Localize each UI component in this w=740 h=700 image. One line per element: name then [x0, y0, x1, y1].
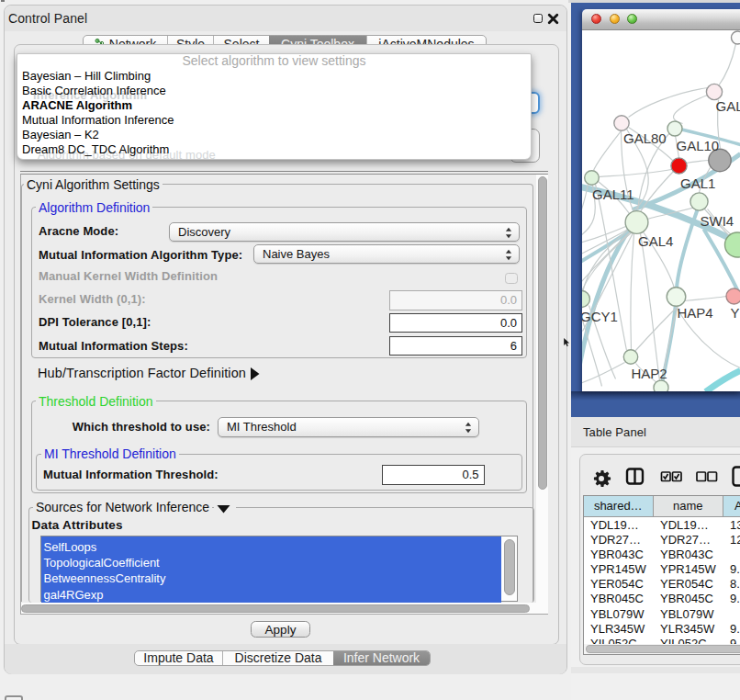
svg-text:GAL80: GAL80: [623, 130, 667, 146]
svg-text:HAP2: HAP2: [631, 366, 667, 381]
svg-text:SWI4: SWI4: [700, 212, 734, 228]
svg-text:GAL11: GAL11: [592, 186, 634, 201]
svg-text:HAP4: HAP4: [677, 305, 712, 321]
svg-text:GAL7: GAL7: [715, 98, 740, 114]
svg-text:GAL4: GAL4: [638, 232, 673, 248]
svg-text:GCY1: GCY1: [582, 309, 618, 324]
svg-text:GAL10: GAL10: [676, 137, 719, 152]
svg-text:YP: YP: [730, 304, 740, 320]
svg-text:GAL1: GAL1: [680, 175, 715, 191]
